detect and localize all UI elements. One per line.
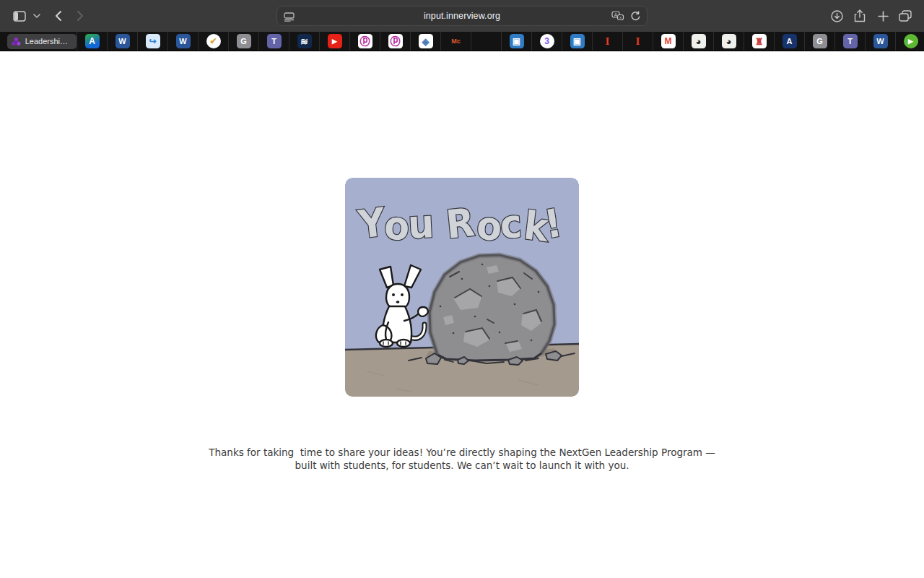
- rock-drawing: [430, 255, 554, 361]
- comic-title-text: You Rock!: [355, 199, 565, 251]
- pinned-tab-word-1[interactable]: W: [107, 32, 137, 51]
- translate-icon[interactable]: A x: [611, 11, 624, 25]
- pinned-tab-kami[interactable]: ≋: [289, 32, 319, 51]
- pinned-tab-ehallpass[interactable]: ↪: [137, 32, 167, 51]
- thank-you-message: Thanks for taking time to share your ide…: [208, 446, 716, 472]
- url-bar[interactable]: input.innerview.org A x: [276, 6, 648, 26]
- share-button[interactable]: [850, 7, 869, 25]
- kami-favicon: ≋: [297, 34, 312, 48]
- pinned-tab-a-shield[interactable]: A: [774, 32, 804, 51]
- dark-orb-2-favicon: ◕: [722, 34, 736, 48]
- reader-page-icon[interactable]: [284, 12, 295, 25]
- teams-1-favicon: T: [267, 34, 282, 48]
- pinned-tab-pip-blue-1[interactable]: ▣: [501, 32, 531, 51]
- pinned-tab-prodigy-2[interactable]: ⓟ: [380, 32, 410, 51]
- shield-crest-favicon: ◈: [419, 34, 433, 48]
- pinned-tab-pip-blue-2[interactable]: ▣: [562, 32, 592, 51]
- pinned-tab-word-2[interactable]: W: [167, 32, 198, 51]
- pinned-tab-castle-crest[interactable]: ♜: [744, 32, 774, 51]
- g-app-2-favicon: G: [813, 34, 827, 48]
- circled-3-favicon: 3: [540, 34, 554, 48]
- active-tab-label: Leadership...: [25, 37, 70, 46]
- microsoft-favicon: [479, 34, 494, 48]
- pinned-tab-microsoft[interactable]: [471, 32, 501, 51]
- pinned-tab-illinois-2[interactable]: I: [622, 32, 653, 51]
- word-1-favicon: W: [116, 34, 130, 48]
- back-button[interactable]: [49, 7, 68, 25]
- prodigy-2-favicon: ⓟ: [388, 34, 403, 48]
- pinned-tab-gmail[interactable]: M: [653, 32, 683, 51]
- browser-toolbar: input.innerview.org A x: [0, 0, 924, 32]
- green-play-favicon: ▶: [904, 34, 918, 48]
- a-shield-favicon: A: [783, 34, 797, 48]
- downloads-button[interactable]: [827, 7, 846, 25]
- word-2-favicon: W: [176, 34, 191, 48]
- mcgraw-favicon: Mc: [449, 34, 463, 48]
- chevron-down-icon[interactable]: [31, 7, 43, 25]
- pip-blue-2-favicon: ▣: [570, 34, 585, 48]
- youtube-favicon: ▶: [328, 34, 342, 48]
- pinned-tab-shield-crest[interactable]: ◈: [410, 32, 440, 51]
- sidebar-toggle-icon[interactable]: [10, 7, 29, 25]
- pinned-tab-prodigy-1[interactable]: ⓟ: [349, 32, 380, 51]
- svg-text:x: x: [619, 15, 622, 20]
- new-tab-button[interactable]: [873, 7, 892, 25]
- tab-overview-button[interactable]: [896, 7, 915, 25]
- pinned-tab-dark-orb-2[interactable]: ◕: [713, 32, 744, 51]
- pinned-tab-g-app-2[interactable]: G: [804, 32, 834, 51]
- gmail-favicon: M: [661, 34, 676, 48]
- url-text: input.innerview.org: [424, 11, 500, 21]
- word-3-favicon: W: [873, 34, 888, 48]
- you-rock-comic-image: You Rock!: [345, 178, 579, 397]
- classlink-favicon: A: [85, 34, 100, 48]
- pip-blue-1-favicon: ▣: [510, 34, 524, 48]
- reload-icon[interactable]: [630, 11, 641, 25]
- pinned-tab-dark-orb-1[interactable]: ◕: [683, 32, 713, 51]
- pinned-tab-teams-1[interactable]: T: [258, 32, 289, 51]
- pinned-tab-g-app-1[interactable]: G: [228, 32, 258, 51]
- dark-orb-1-favicon: ◕: [692, 34, 706, 48]
- castle-crest-favicon: ♜: [752, 34, 767, 48]
- pinned-tab-word-3[interactable]: W: [865, 32, 895, 51]
- illinois-2-favicon: I: [631, 34, 645, 48]
- teams-2-favicon: T: [843, 34, 858, 48]
- leadership-favicon: [11, 36, 22, 47]
- prodigy-1-favicon: ⓟ: [358, 34, 372, 48]
- web-page: You Rock!: [0, 51, 924, 578]
- illinois-1-favicon: I: [601, 34, 615, 48]
- pinned-tab-classlink[interactable]: A: [77, 32, 107, 51]
- pinned-tab-youtube[interactable]: ▶: [319, 32, 349, 51]
- pinned-tabs: AW↪W✔GT≋▶ⓟⓟ◈Mc▣3▣IIM◕◕♜AGTW▶: [77, 32, 924, 51]
- tab-bar: Leadership... AW↪W✔GT≋▶ⓟⓟ◈Mc▣3▣IIM◕◕♜AGT…: [0, 32, 924, 51]
- active-tab-leadership[interactable]: Leadership...: [7, 34, 77, 49]
- pinned-tab-mcgraw[interactable]: Mc: [440, 32, 471, 51]
- pinned-tab-teams-2[interactable]: T: [834, 32, 865, 51]
- ehallpass-favicon: ↪: [146, 34, 160, 48]
- forward-button[interactable]: [71, 7, 90, 25]
- pinned-tab-circled-3[interactable]: 3: [531, 32, 562, 51]
- check-badge-favicon: ✔: [206, 34, 221, 48]
- g-app-1-favicon: G: [237, 34, 251, 48]
- pinned-tab-check-badge[interactable]: ✔: [198, 32, 228, 51]
- pinned-tab-illinois-1[interactable]: I: [592, 32, 622, 51]
- pinned-tab-green-play[interactable]: ▶: [895, 32, 924, 51]
